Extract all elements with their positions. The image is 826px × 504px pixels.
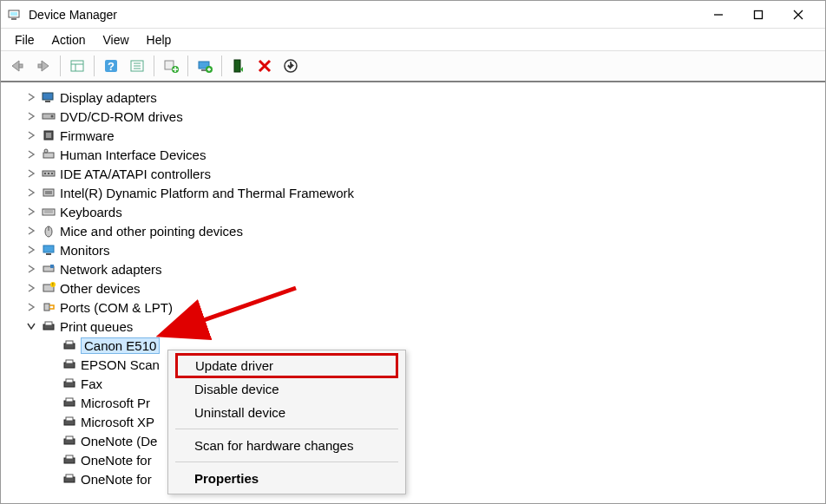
- update-driver-button[interactable]: [159, 54, 183, 78]
- device-manager-icon: [8, 8, 22, 22]
- printer-icon: [62, 433, 77, 448]
- mouse-icon: [41, 223, 56, 239]
- menu-view[interactable]: View: [94, 30, 137, 49]
- maximize-button[interactable]: [738, 2, 778, 28]
- svg-rect-67: [66, 455, 73, 459]
- window-title: Device Manager: [29, 8, 117, 22]
- svg-rect-2: [11, 18, 16, 20]
- context-separator: [175, 461, 398, 462]
- network-adapter-icon: [41, 261, 56, 277]
- keyboard-icon: [41, 204, 56, 219]
- chevron-right-icon[interactable]: [25, 110, 37, 122]
- close-button[interactable]: [778, 2, 818, 28]
- minimize-button[interactable]: [698, 2, 738, 28]
- tree-node-monitors[interactable]: Monitors: [25, 240, 825, 259]
- svg-rect-9: [71, 61, 83, 71]
- tree-node-display-adapters[interactable]: Display adapters: [25, 88, 825, 107]
- svg-rect-26: [45, 101, 50, 102]
- chevron-right-icon[interactable]: [25, 167, 37, 180]
- tree-label: EPSON Scan: [81, 357, 160, 372]
- tree-node-ide[interactable]: IDE ATA/ATAPI controllers: [25, 164, 825, 183]
- help-button[interactable]: ?: [99, 54, 123, 78]
- enable-device-button[interactable]: [226, 54, 251, 78]
- chevron-right-icon[interactable]: [25, 187, 37, 199]
- ports-icon: [41, 299, 56, 315]
- svg-rect-45: [46, 253, 51, 255]
- tree-node-other[interactable]: ! Other devices: [25, 278, 825, 298]
- context-scan-hardware[interactable]: Scan for hardware changes: [170, 434, 403, 457]
- uninstall-device-button[interactable]: [252, 54, 277, 78]
- svg-rect-7: [19, 64, 23, 68]
- tree-node-fax[interactable]: Fax: [46, 374, 825, 393]
- tree-node-network[interactable]: Network adapters: [25, 259, 825, 278]
- printer-icon: [62, 376, 77, 391]
- toolbar: ?: [1, 51, 825, 82]
- tree-node-dvd[interactable]: DVD/CD-ROM drives: [25, 107, 825, 126]
- svg-rect-23: [234, 60, 240, 72]
- chevron-right-icon[interactable]: [25, 148, 37, 160]
- chevron-down-icon[interactable]: [25, 320, 37, 332]
- dvd-drive-icon: [41, 108, 56, 124]
- menu-action[interactable]: Action: [43, 30, 95, 49]
- tree-label: IDE ATA/ATAPI controllers: [60, 167, 211, 181]
- svg-rect-4: [755, 10, 763, 18]
- firmware-icon: [41, 128, 56, 143]
- device-tree[interactable]: Display adapters DVD/CD-ROM drives Firmw…: [1, 82, 825, 503]
- context-properties[interactable]: Properties: [170, 467, 403, 490]
- tree-node-canon-e510[interactable]: Canon E510: [46, 336, 825, 355]
- tree-node-ports[interactable]: Ports (COM & LPT): [25, 298, 825, 317]
- back-button[interactable]: [5, 54, 30, 78]
- tree-node-print-queues[interactable]: Print queues: [25, 317, 825, 336]
- chevron-right-icon[interactable]: [25, 225, 37, 237]
- chevron-right-icon[interactable]: [25, 244, 37, 256]
- display-adapter-icon: [41, 89, 56, 105]
- svg-point-32: [44, 149, 48, 153]
- tree-node-intel-dptf[interactable]: Intel(R) Dynamic Platform and Thermal Fr…: [25, 183, 825, 202]
- tree-label: Other devices: [60, 281, 141, 296]
- context-disable-device[interactable]: Disable device: [170, 377, 403, 401]
- chevron-right-icon[interactable]: [25, 282, 37, 294]
- svg-rect-34: [44, 173, 46, 174]
- menu-file[interactable]: File: [6, 30, 43, 49]
- tree-label: Display adapters: [60, 90, 157, 105]
- svg-rect-47: [50, 265, 54, 268]
- svg-rect-61: [66, 398, 73, 402]
- tree-label: Mice and other pointing devices: [60, 224, 243, 239]
- chevron-right-icon[interactable]: [25, 301, 37, 313]
- chevron-right-icon[interactable]: [25, 91, 37, 103]
- svg-rect-44: [43, 245, 54, 252]
- tree-node-onenote-for-2[interactable]: OneNote for: [46, 469, 825, 488]
- tree-label: Canon E510: [81, 337, 160, 354]
- svg-rect-59: [66, 379, 73, 383]
- context-uninstall-device[interactable]: Uninstall device: [170, 401, 403, 424]
- tree-node-mice[interactable]: Mice and other pointing devices: [25, 221, 825, 240]
- hid-icon: [41, 147, 56, 162]
- context-update-driver[interactable]: Update driver: [175, 353, 398, 378]
- tree-node-keyboards[interactable]: Keyboards: [25, 202, 825, 221]
- tree-node-onenote-desktop[interactable]: OneNote (De: [46, 431, 825, 450]
- tree-label: DVD/CD-ROM drives: [60, 109, 183, 124]
- forward-button[interactable]: [31, 54, 56, 78]
- tree-label: Fax: [81, 376, 102, 391]
- disable-device-button[interactable]: [279, 54, 303, 78]
- tree-label: Print queues: [60, 319, 133, 334]
- menu-help[interactable]: Help: [138, 30, 180, 49]
- show-hidden-button[interactable]: [65, 54, 89, 78]
- chevron-right-icon[interactable]: [25, 263, 37, 275]
- tree-node-epson[interactable]: EPSON Scan: [46, 355, 825, 374]
- action-props-button[interactable]: [125, 54, 149, 78]
- tree-node-hid[interactable]: Human Interface Devices: [25, 145, 825, 164]
- svg-rect-25: [43, 93, 53, 100]
- tree-node-onenote-for-1[interactable]: OneNote for: [46, 450, 825, 469]
- tree-node-ms-print[interactable]: Microsoft Pr: [46, 393, 825, 412]
- tree-label: Human Interface Devices: [60, 147, 206, 162]
- tree-label: Network adapters: [60, 262, 162, 277]
- tree-node-ms-xps[interactable]: Microsoft XP: [46, 412, 825, 431]
- tree-node-firmware[interactable]: Firmware: [25, 126, 825, 145]
- svg-rect-31: [43, 153, 54, 158]
- chevron-right-icon[interactable]: [25, 206, 37, 218]
- scan-hardware-button[interactable]: [193, 54, 217, 78]
- print-queue-icon: [41, 318, 56, 334]
- chevron-right-icon[interactable]: [25, 129, 37, 141]
- tree-label: OneNote (De: [81, 434, 157, 448]
